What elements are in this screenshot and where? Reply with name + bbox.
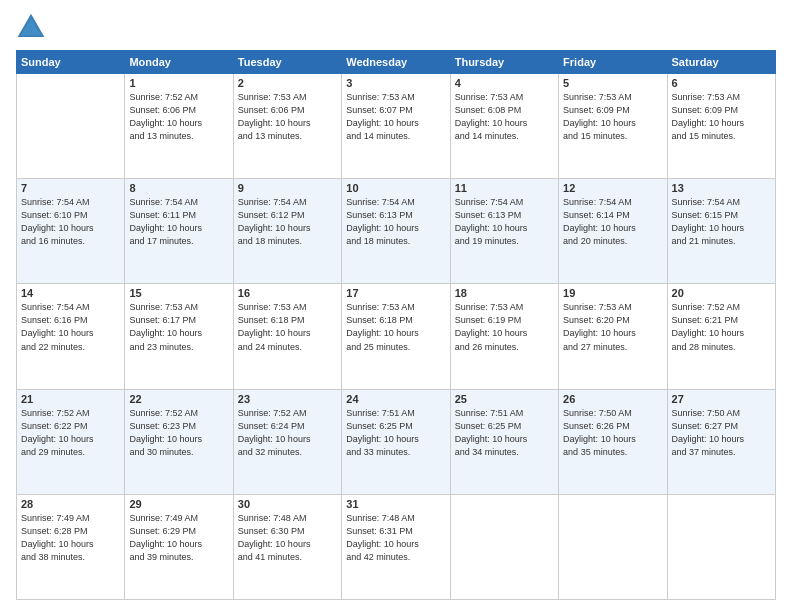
day-info: Sunrise: 7:50 AM Sunset: 6:26 PM Dayligh… bbox=[563, 407, 662, 459]
calendar-cell: 18Sunrise: 7:53 AM Sunset: 6:19 PM Dayli… bbox=[450, 284, 558, 389]
day-number: 9 bbox=[238, 182, 337, 194]
day-info: Sunrise: 7:52 AM Sunset: 6:06 PM Dayligh… bbox=[129, 91, 228, 143]
calendar-cell: 3Sunrise: 7:53 AM Sunset: 6:07 PM Daylig… bbox=[342, 74, 450, 179]
calendar-cell: 30Sunrise: 7:48 AM Sunset: 6:30 PM Dayli… bbox=[233, 494, 341, 599]
calendar-cell: 31Sunrise: 7:48 AM Sunset: 6:31 PM Dayli… bbox=[342, 494, 450, 599]
page: SundayMondayTuesdayWednesdayThursdayFrid… bbox=[0, 0, 792, 612]
logo-icon bbox=[16, 12, 46, 42]
day-info: Sunrise: 7:54 AM Sunset: 6:10 PM Dayligh… bbox=[21, 196, 120, 248]
calendar-cell: 8Sunrise: 7:54 AM Sunset: 6:11 PM Daylig… bbox=[125, 179, 233, 284]
calendar-cell: 28Sunrise: 7:49 AM Sunset: 6:28 PM Dayli… bbox=[17, 494, 125, 599]
calendar-cell: 26Sunrise: 7:50 AM Sunset: 6:26 PM Dayli… bbox=[559, 389, 667, 494]
calendar-table: SundayMondayTuesdayWednesdayThursdayFrid… bbox=[16, 50, 776, 600]
weekday-header-friday: Friday bbox=[559, 51, 667, 74]
calendar-cell: 15Sunrise: 7:53 AM Sunset: 6:17 PM Dayli… bbox=[125, 284, 233, 389]
calendar-cell: 13Sunrise: 7:54 AM Sunset: 6:15 PM Dayli… bbox=[667, 179, 775, 284]
day-info: Sunrise: 7:49 AM Sunset: 6:28 PM Dayligh… bbox=[21, 512, 120, 564]
calendar-cell bbox=[17, 74, 125, 179]
day-info: Sunrise: 7:51 AM Sunset: 6:25 PM Dayligh… bbox=[455, 407, 554, 459]
calendar-cell bbox=[559, 494, 667, 599]
day-info: Sunrise: 7:53 AM Sunset: 6:09 PM Dayligh… bbox=[672, 91, 771, 143]
day-number: 29 bbox=[129, 498, 228, 510]
day-info: Sunrise: 7:48 AM Sunset: 6:30 PM Dayligh… bbox=[238, 512, 337, 564]
calendar-cell: 17Sunrise: 7:53 AM Sunset: 6:18 PM Dayli… bbox=[342, 284, 450, 389]
day-number: 24 bbox=[346, 393, 445, 405]
weekday-header-sunday: Sunday bbox=[17, 51, 125, 74]
calendar-week-1: 1Sunrise: 7:52 AM Sunset: 6:06 PM Daylig… bbox=[17, 74, 776, 179]
day-number: 31 bbox=[346, 498, 445, 510]
day-info: Sunrise: 7:53 AM Sunset: 6:07 PM Dayligh… bbox=[346, 91, 445, 143]
calendar-cell: 1Sunrise: 7:52 AM Sunset: 6:06 PM Daylig… bbox=[125, 74, 233, 179]
day-number: 18 bbox=[455, 287, 554, 299]
day-number: 21 bbox=[21, 393, 120, 405]
day-info: Sunrise: 7:53 AM Sunset: 6:09 PM Dayligh… bbox=[563, 91, 662, 143]
calendar-week-2: 7Sunrise: 7:54 AM Sunset: 6:10 PM Daylig… bbox=[17, 179, 776, 284]
day-number: 8 bbox=[129, 182, 228, 194]
day-info: Sunrise: 7:54 AM Sunset: 6:13 PM Dayligh… bbox=[346, 196, 445, 248]
day-number: 28 bbox=[21, 498, 120, 510]
day-number: 6 bbox=[672, 77, 771, 89]
calendar-cell: 25Sunrise: 7:51 AM Sunset: 6:25 PM Dayli… bbox=[450, 389, 558, 494]
day-info: Sunrise: 7:54 AM Sunset: 6:14 PM Dayligh… bbox=[563, 196, 662, 248]
day-number: 26 bbox=[563, 393, 662, 405]
weekday-header-monday: Monday bbox=[125, 51, 233, 74]
day-number: 23 bbox=[238, 393, 337, 405]
day-info: Sunrise: 7:53 AM Sunset: 6:19 PM Dayligh… bbox=[455, 301, 554, 353]
weekday-header-thursday: Thursday bbox=[450, 51, 558, 74]
calendar-cell: 2Sunrise: 7:53 AM Sunset: 6:06 PM Daylig… bbox=[233, 74, 341, 179]
day-info: Sunrise: 7:52 AM Sunset: 6:22 PM Dayligh… bbox=[21, 407, 120, 459]
day-number: 15 bbox=[129, 287, 228, 299]
calendar-cell bbox=[667, 494, 775, 599]
calendar-cell: 14Sunrise: 7:54 AM Sunset: 6:16 PM Dayli… bbox=[17, 284, 125, 389]
day-number: 1 bbox=[129, 77, 228, 89]
day-number: 16 bbox=[238, 287, 337, 299]
day-number: 20 bbox=[672, 287, 771, 299]
day-info: Sunrise: 7:53 AM Sunset: 6:18 PM Dayligh… bbox=[346, 301, 445, 353]
day-info: Sunrise: 7:52 AM Sunset: 6:23 PM Dayligh… bbox=[129, 407, 228, 459]
day-info: Sunrise: 7:53 AM Sunset: 6:20 PM Dayligh… bbox=[563, 301, 662, 353]
day-number: 14 bbox=[21, 287, 120, 299]
day-number: 11 bbox=[455, 182, 554, 194]
calendar-cell bbox=[450, 494, 558, 599]
logo bbox=[16, 12, 50, 42]
day-number: 30 bbox=[238, 498, 337, 510]
calendar-cell: 19Sunrise: 7:53 AM Sunset: 6:20 PM Dayli… bbox=[559, 284, 667, 389]
day-number: 2 bbox=[238, 77, 337, 89]
day-info: Sunrise: 7:48 AM Sunset: 6:31 PM Dayligh… bbox=[346, 512, 445, 564]
day-info: Sunrise: 7:53 AM Sunset: 6:08 PM Dayligh… bbox=[455, 91, 554, 143]
calendar-cell: 29Sunrise: 7:49 AM Sunset: 6:29 PM Dayli… bbox=[125, 494, 233, 599]
calendar-week-3: 14Sunrise: 7:54 AM Sunset: 6:16 PM Dayli… bbox=[17, 284, 776, 389]
day-number: 12 bbox=[563, 182, 662, 194]
day-info: Sunrise: 7:54 AM Sunset: 6:12 PM Dayligh… bbox=[238, 196, 337, 248]
day-info: Sunrise: 7:49 AM Sunset: 6:29 PM Dayligh… bbox=[129, 512, 228, 564]
weekday-header-saturday: Saturday bbox=[667, 51, 775, 74]
day-info: Sunrise: 7:54 AM Sunset: 6:13 PM Dayligh… bbox=[455, 196, 554, 248]
day-info: Sunrise: 7:53 AM Sunset: 6:18 PM Dayligh… bbox=[238, 301, 337, 353]
calendar-cell: 20Sunrise: 7:52 AM Sunset: 6:21 PM Dayli… bbox=[667, 284, 775, 389]
day-info: Sunrise: 7:52 AM Sunset: 6:21 PM Dayligh… bbox=[672, 301, 771, 353]
day-info: Sunrise: 7:54 AM Sunset: 6:11 PM Dayligh… bbox=[129, 196, 228, 248]
calendar-cell: 6Sunrise: 7:53 AM Sunset: 6:09 PM Daylig… bbox=[667, 74, 775, 179]
day-number: 25 bbox=[455, 393, 554, 405]
weekday-header-wednesday: Wednesday bbox=[342, 51, 450, 74]
calendar-cell: 23Sunrise: 7:52 AM Sunset: 6:24 PM Dayli… bbox=[233, 389, 341, 494]
calendar-cell: 7Sunrise: 7:54 AM Sunset: 6:10 PM Daylig… bbox=[17, 179, 125, 284]
weekday-header-row: SundayMondayTuesdayWednesdayThursdayFrid… bbox=[17, 51, 776, 74]
calendar-cell: 27Sunrise: 7:50 AM Sunset: 6:27 PM Dayli… bbox=[667, 389, 775, 494]
day-number: 13 bbox=[672, 182, 771, 194]
weekday-header-tuesday: Tuesday bbox=[233, 51, 341, 74]
calendar-cell: 5Sunrise: 7:53 AM Sunset: 6:09 PM Daylig… bbox=[559, 74, 667, 179]
calendar-cell: 4Sunrise: 7:53 AM Sunset: 6:08 PM Daylig… bbox=[450, 74, 558, 179]
calendar-cell: 11Sunrise: 7:54 AM Sunset: 6:13 PM Dayli… bbox=[450, 179, 558, 284]
calendar-cell: 12Sunrise: 7:54 AM Sunset: 6:14 PM Dayli… bbox=[559, 179, 667, 284]
calendar-cell: 10Sunrise: 7:54 AM Sunset: 6:13 PM Dayli… bbox=[342, 179, 450, 284]
calendar-cell: 16Sunrise: 7:53 AM Sunset: 6:18 PM Dayli… bbox=[233, 284, 341, 389]
day-info: Sunrise: 7:54 AM Sunset: 6:16 PM Dayligh… bbox=[21, 301, 120, 353]
day-info: Sunrise: 7:52 AM Sunset: 6:24 PM Dayligh… bbox=[238, 407, 337, 459]
day-info: Sunrise: 7:53 AM Sunset: 6:06 PM Dayligh… bbox=[238, 91, 337, 143]
day-info: Sunrise: 7:53 AM Sunset: 6:17 PM Dayligh… bbox=[129, 301, 228, 353]
day-number: 7 bbox=[21, 182, 120, 194]
day-number: 27 bbox=[672, 393, 771, 405]
day-number: 3 bbox=[346, 77, 445, 89]
day-number: 5 bbox=[563, 77, 662, 89]
